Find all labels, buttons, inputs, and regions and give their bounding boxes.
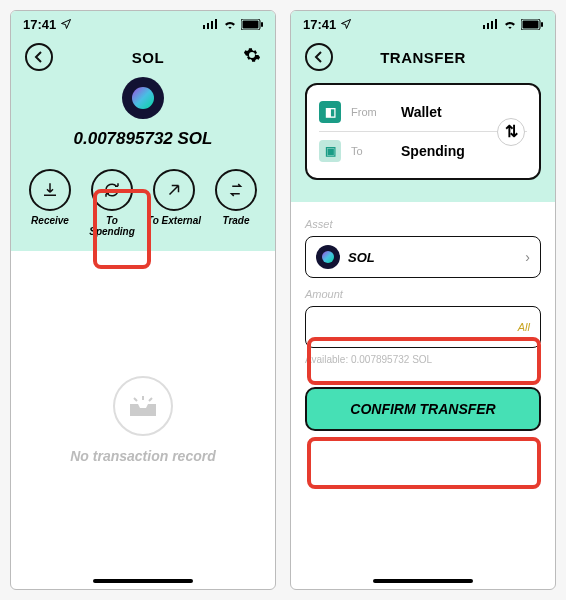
to-spending-label: To Spending	[84, 215, 140, 237]
gear-icon	[243, 46, 261, 64]
svg-rect-3	[215, 19, 217, 29]
chevron-left-icon	[34, 51, 44, 63]
asset-label: Asset	[305, 218, 541, 230]
amount-label: Amount	[305, 288, 541, 300]
sol-logo-icon	[316, 245, 340, 269]
trade-label: Trade	[222, 215, 249, 226]
battery-icon	[241, 19, 263, 30]
status-bar: 17:41	[11, 11, 275, 37]
confirm-label: CONFIRM TRANSFER	[350, 401, 495, 417]
chevron-right-icon: ›	[525, 249, 530, 265]
available-text: Available: 0.007895732 SOL	[305, 354, 541, 365]
amount-input[interactable]	[316, 319, 518, 336]
wallet-screen: 17:41 SOL 0.007895732 SOL	[10, 10, 276, 590]
home-indicator	[373, 579, 473, 583]
arrow-up-right-icon	[165, 181, 183, 199]
swap-vertical-icon: ⇅	[505, 122, 518, 141]
download-icon	[41, 181, 59, 199]
from-label: From	[351, 106, 391, 118]
signal-icon	[483, 19, 499, 29]
svg-rect-7	[483, 25, 485, 29]
svg-rect-5	[243, 20, 259, 28]
wifi-icon	[503, 19, 517, 29]
svg-rect-12	[523, 20, 539, 28]
battery-icon	[521, 19, 543, 30]
svg-rect-13	[541, 22, 543, 27]
svg-rect-0	[203, 25, 205, 29]
home-indicator	[93, 579, 193, 583]
svg-rect-10	[495, 19, 497, 29]
chevron-left-icon	[314, 51, 324, 63]
back-button[interactable]	[305, 43, 333, 71]
header: TRANSFER	[291, 37, 555, 77]
svg-rect-6	[261, 22, 263, 27]
to-row: ▣ To Spending	[319, 134, 527, 168]
location-icon	[60, 18, 72, 30]
svg-rect-9	[491, 21, 493, 29]
back-button[interactable]	[25, 43, 53, 71]
inbox-empty-icon	[113, 376, 173, 436]
to-value: Spending	[401, 143, 465, 159]
divider	[319, 131, 527, 132]
signal-icon	[203, 19, 219, 29]
asset-select[interactable]: SOL ›	[305, 236, 541, 278]
swap-icon	[227, 181, 245, 199]
to-label: To	[351, 145, 391, 157]
svg-rect-2	[211, 21, 213, 29]
transactions-area: No transaction record	[11, 251, 275, 589]
to-spending-button[interactable]: To Spending	[84, 169, 140, 237]
wifi-icon	[223, 19, 237, 29]
confirm-transfer-button[interactable]: CONFIRM TRANSFER	[305, 387, 541, 431]
trade-button[interactable]: Trade	[208, 169, 264, 237]
highlight-confirm	[307, 437, 541, 489]
receive-label: Receive	[31, 215, 69, 226]
page-title: TRANSFER	[333, 49, 513, 66]
empty-transactions-text: No transaction record	[70, 448, 215, 464]
wallet-badge-icon: ◧	[319, 101, 341, 123]
amount-field-container: All	[305, 306, 541, 348]
location-icon	[340, 18, 352, 30]
transfer-card: ◧ From Wallet ▣ To Spending ⇅	[305, 83, 541, 180]
balance-value: 0.007895732 SOL	[74, 129, 213, 149]
from-row: ◧ From Wallet	[319, 95, 527, 129]
actions-row: Receive To Spending To External Trade	[11, 163, 275, 251]
transfer-form: Asset SOL › Amount All Available: 0.0078…	[291, 202, 555, 431]
sol-logo-icon	[122, 77, 164, 119]
status-bar: 17:41	[291, 11, 555, 37]
refresh-icon	[103, 181, 121, 199]
to-external-button[interactable]: To External	[146, 169, 202, 237]
status-icons	[483, 19, 543, 30]
all-button[interactable]: All	[518, 321, 530, 333]
transfer-screen: 17:41 TRANSFER ◧ From Wallet	[290, 10, 556, 590]
asset-value: SOL	[348, 250, 375, 265]
svg-rect-1	[207, 23, 209, 29]
receive-button[interactable]: Receive	[22, 169, 78, 237]
balance-area: 0.007895732 SOL	[11, 77, 275, 163]
header: SOL	[11, 37, 275, 77]
status-time: 17:41	[303, 17, 336, 32]
page-title: SOL	[53, 49, 243, 66]
swap-direction-button[interactable]: ⇅	[497, 118, 525, 146]
settings-button[interactable]	[243, 46, 261, 69]
svg-rect-8	[487, 23, 489, 29]
to-external-label: To External	[147, 215, 201, 226]
status-icons	[203, 19, 263, 30]
from-value: Wallet	[401, 104, 442, 120]
spending-badge-icon: ▣	[319, 140, 341, 162]
status-time: 17:41	[23, 17, 56, 32]
